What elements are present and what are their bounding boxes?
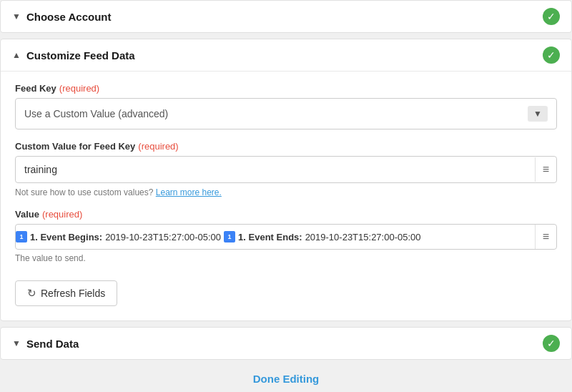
send-data-check-icon: ✓ <box>543 335 560 352</box>
customize-feed-section: ▲ Customize Feed Data ✓ Feed Key (requir… <box>0 39 572 321</box>
value-input-wrapper: 1 1. Event Begins: 2019-10-23T15:27:00-0… <box>15 224 557 250</box>
event-ends-value: 2019-10-23T15:27:00-05:00 <box>305 232 421 242</box>
feed-key-dropdown-arrow-icon: ▼ <box>528 106 548 122</box>
custom-value-action-icon[interactable]: ≡ <box>535 157 556 182</box>
choose-account-title: ▼ Choose Account <box>12 11 112 23</box>
customize-feed-label: Customize Feed Data <box>26 49 135 62</box>
value-tag-2: 1 1. Event Ends: 2019-10-23T15:27:00-05:… <box>224 231 420 242</box>
feed-key-required: (required) <box>59 83 99 94</box>
custom-value-helper: Not sure how to use custom values? Learn… <box>15 187 557 197</box>
send-data-label: Send Data <box>26 338 79 350</box>
custom-value-feed-key-label: Custom Value for Feed Key (required) <box>15 141 557 152</box>
refresh-icon: ↻ <box>27 287 36 300</box>
learn-more-link[interactable]: Learn more here. <box>156 187 222 197</box>
choose-account-header[interactable]: ▼ Choose Account ✓ <box>1 1 571 32</box>
value-group: Value (required) 1 1. Event Begins: 2019… <box>15 209 557 263</box>
chevron-down-icon: ▼ <box>12 11 21 21</box>
chevron-up-icon: ▲ <box>12 50 21 60</box>
event-begins-bold: 1. Event Begins: <box>30 232 102 242</box>
custom-value-input-wrapper: ≡ <box>15 156 557 183</box>
feed-key-dropdown[interactable]: Use a Custom Value (advanced) ▼ <box>15 98 557 129</box>
custom-value-feed-key-group: Custom Value for Feed Key (required) ≡ N… <box>15 141 557 197</box>
event-ends-icon: 1 <box>224 231 235 242</box>
value-tag-1: 1 1. Event Begins: 2019-10-23T15:27:00-0… <box>16 231 221 242</box>
event-ends-bold: 1. Event Ends: <box>238 232 302 242</box>
done-editing-area: Done Editing <box>0 366 572 392</box>
refresh-fields-label: Refresh Fields <box>41 288 105 299</box>
feed-key-dropdown-value: Use a Custom Value (advanced) <box>24 108 168 119</box>
event-begins-icon: 1 <box>16 231 27 242</box>
customize-feed-body: Feed Key (required) ➜ Use a Custom Value… <box>1 72 571 320</box>
send-data-chevron-icon: ▼ <box>12 338 21 348</box>
custom-value-input[interactable] <box>16 157 535 182</box>
choose-account-label: Choose Account <box>26 11 112 23</box>
value-required: (required) <box>42 209 82 220</box>
customize-feed-header[interactable]: ▲ Customize Feed Data ✓ <box>1 39 571 72</box>
feed-key-group: Feed Key (required) ➜ Use a Custom Value… <box>15 83 557 129</box>
send-data-section: ▼ Send Data ✓ <box>0 327 572 360</box>
choose-account-check-icon: ✓ <box>543 8 560 25</box>
refresh-fields-button[interactable]: ↻ Refresh Fields <box>15 280 117 306</box>
custom-value-required: (required) <box>138 141 178 152</box>
send-data-header[interactable]: ▼ Send Data ✓ <box>1 328 571 359</box>
value-label: Value (required) <box>15 209 557 220</box>
choose-account-section: ▼ Choose Account ✓ <box>0 0 572 33</box>
value-send-helper: The value to send. <box>15 253 557 263</box>
done-editing-link[interactable]: Done Editing <box>253 373 320 385</box>
feed-key-dropdown-wrapper: ➜ Use a Custom Value (advanced) ▼ <box>15 98 557 129</box>
value-content: 1 1. Event Begins: 2019-10-23T15:27:00-0… <box>16 231 535 242</box>
value-action-icon[interactable]: ≡ <box>535 225 556 249</box>
feed-key-label: Feed Key (required) <box>15 83 557 94</box>
event-begins-value: 2019-10-23T15:27:00-05:00 <box>105 232 221 242</box>
customize-feed-title: ▲ Customize Feed Data <box>12 49 135 62</box>
send-data-title: ▼ Send Data <box>12 338 79 350</box>
customize-feed-check-icon: ✓ <box>543 46 560 64</box>
